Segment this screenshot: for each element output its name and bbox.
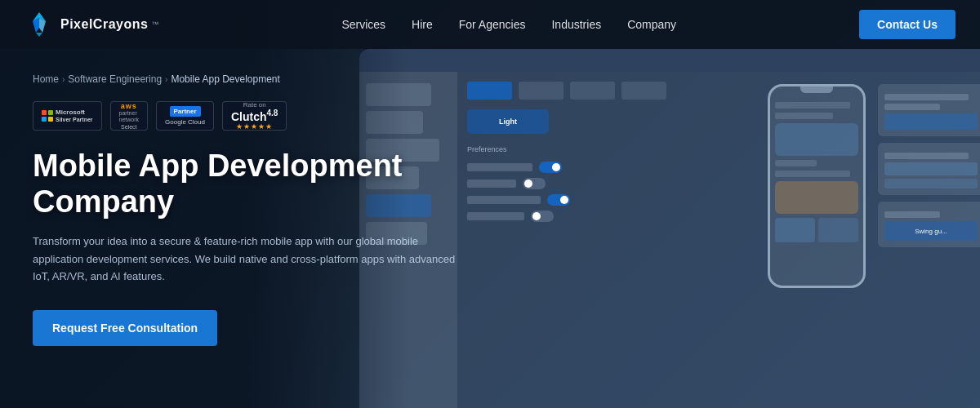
aws-tier: Select — [121, 124, 136, 130]
breadcrumb: Home › Software Engineering › Mobile App… — [33, 73, 457, 85]
breadcrumb-software-engineering[interactable]: Software Engineering — [68, 73, 162, 85]
microsoft-logo — [42, 110, 53, 122]
google-cloud-label: Google Cloud — [165, 118, 205, 126]
logo[interactable]: PixelCrayons ™ — [24, 10, 158, 39]
right-cards: Swing gu... — [878, 84, 980, 254]
aws-label: aws — [121, 102, 137, 110]
google-partner-label: Partner — [170, 106, 201, 117]
aws-badge: aws partnernetwork Select — [110, 101, 149, 131]
google-cloud-badge: Partner Google Cloud — [156, 101, 214, 131]
cta-button[interactable]: Request Free Consultation — [33, 310, 217, 346]
nav-for-agencies[interactable]: For Agencies — [459, 18, 526, 31]
main-heading: Mobile App Development Company — [33, 149, 457, 220]
breadcrumb-sep-2: › — [165, 75, 167, 84]
navbar: PixelCrayons ™ Services Hire For Agencie… — [0, 0, 980, 49]
contact-button[interactable]: Contact Us — [859, 10, 956, 39]
microsoft-label: MicrosoftSilver Partner — [56, 109, 93, 123]
partner-badges: MicrosoftSilver Partner aws partnernetwo… — [33, 101, 457, 131]
nav-company[interactable]: Company — [627, 18, 676, 31]
clutch-rated-label: Rate on — [243, 101, 266, 109]
clutch-stars: ★★★★★ — [236, 122, 273, 131]
clutch-name: Clutch4.8 — [231, 109, 278, 123]
logo-text: PixelCrayons — [60, 17, 148, 32]
nav-links: Services Hire For Agencies Industries Co… — [341, 18, 676, 31]
aws-sublabel: partnernetwork — [119, 110, 140, 124]
phone-mockup — [768, 84, 866, 288]
nav-industries[interactable]: Industries — [551, 18, 601, 31]
logo-tm: ™ — [151, 20, 158, 29]
clutch-badge: Rate on Clutch4.8 ★★★★★ — [222, 101, 287, 131]
microsoft-badge: MicrosoftSilver Partner — [33, 101, 102, 131]
nav-services[interactable]: Services — [341, 18, 385, 31]
breadcrumb-sep-1: › — [62, 75, 65, 84]
breadcrumb-home[interactable]: Home — [33, 73, 59, 85]
hero-description: Transform your idea into a secure & feat… — [33, 233, 457, 285]
breadcrumb-current: Mobile App Development — [171, 73, 279, 85]
logo-icon — [24, 10, 54, 39]
nav-hire[interactable]: Hire — [412, 18, 433, 31]
hero-content: Home › Software Engineering › Mobile App… — [0, 49, 490, 370]
